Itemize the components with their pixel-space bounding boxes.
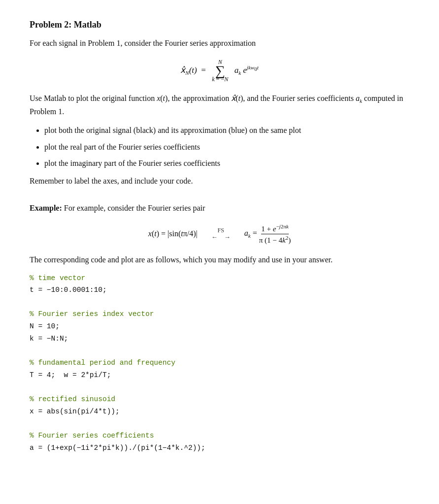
code-comment-4: % rectified sinusoid xyxy=(30,393,409,406)
example-text: For example, consider the Fourier series… xyxy=(62,204,205,212)
arrow-line: ← → xyxy=(211,233,231,241)
code-comment-2: % Fourier series index vector xyxy=(30,308,409,320)
remember-paragraph: Remember to label the axes, and include … xyxy=(30,175,409,188)
bullet-list: plot both the original signal (black) an… xyxy=(44,124,409,170)
main-equation: x̂N(t) = N ∑ k = −N ak ejkw0t xyxy=(30,59,409,83)
bullet-item-2: plot the real part of the Fourier series… xyxy=(44,141,409,154)
code-comment-1: % time vector xyxy=(30,272,409,284)
use-matlab-paragraph: Use Matlab to plot the original function… xyxy=(30,92,409,118)
code-line-4: T = 4; w = 2*pi/T; xyxy=(30,369,409,381)
code-line-3: k = −N:N; xyxy=(30,333,409,345)
bullet-item-1: plot both the original signal (black) an… xyxy=(44,124,409,137)
code-section: % time vector t = −10:0.0001:10; % Fouri… xyxy=(30,272,409,454)
problem-title: Problem 2: Matlab xyxy=(30,20,409,30)
example-label: Example: xyxy=(30,204,62,212)
intro-paragraph: For each signal in Problem 1, consider t… xyxy=(30,37,409,50)
code-comment-3: % fundamental period and frequency xyxy=(30,357,409,369)
code-comment-5: % Fourier series coefficients xyxy=(30,430,409,442)
fs-arrow: FS ← → xyxy=(211,227,231,241)
fs-pair-equation: x(t) = |sin(tπ/4)| FS ← → ak = 1 + e−j2π… xyxy=(30,223,409,245)
bullet-item-3: plot the imaginary part of the Fourier s… xyxy=(44,157,409,170)
corresponding-paragraph: The corresponding code and plot are as f… xyxy=(30,253,409,266)
code-line-6: a = (1+exp(−1i*2*pi*k))./(pi*(1−4*k.^2))… xyxy=(30,442,409,454)
code-line-1: t = −10:0.0001:10; xyxy=(30,284,409,296)
ak-equation: ak = 1 + e−j2πk π (1 − 4k2) xyxy=(244,223,291,245)
example-paragraph: Example: For example, consider the Fouri… xyxy=(30,202,409,215)
xt-equation: x(t) = |sin(tπ/4)| xyxy=(148,229,198,238)
code-line-2: N = 10; xyxy=(30,320,409,333)
code-line-5: x = abs(sin(pi/4*t)); xyxy=(30,406,409,418)
